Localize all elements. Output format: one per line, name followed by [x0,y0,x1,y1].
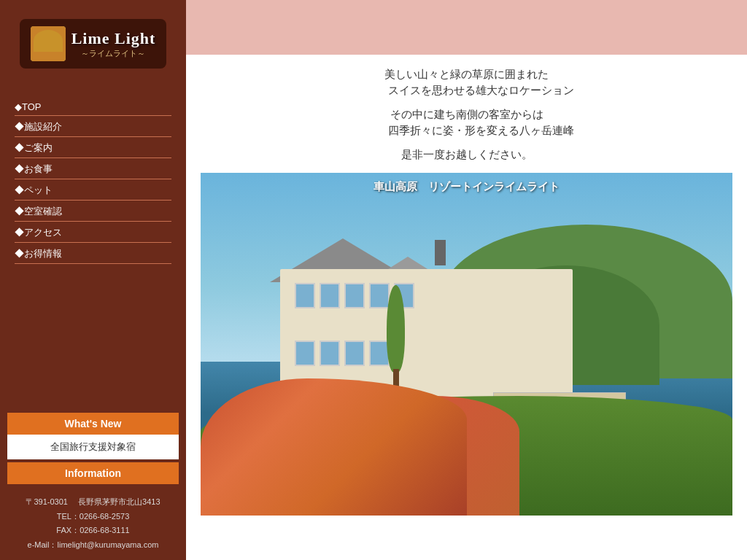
information-section: Information [7,462,179,484]
nav-item-top[interactable]: ◆TOP [15,98,171,116]
window [320,341,340,366]
tagline-2 [201,100,732,106]
information-button[interactable]: Information [7,462,179,484]
svg-rect-0 [31,26,66,61]
window [295,283,315,308]
tagline-area: 美しい山々と緑の草原に囲まれたスイスを思わせる雄大なロケーションその中に建ち南側… [201,68,732,162]
svg-point-2 [40,33,47,40]
content-body: 美しい山々と緑の草原に囲まれたスイスを思わせる雄大なロケーションその中に建ち南側… [186,55,747,560]
svg-point-1 [35,31,61,51]
window [295,341,315,366]
window-row-bottom [295,341,390,366]
sidebar: Lime Light ～ライムライト～ ◆TOP◆施設紹介◆ご案内◆お食事◆ペッ… [0,0,186,560]
tagline-3: その中に建ち南側の客室からは [201,108,732,122]
fax: FAX：0266-68-3111 [7,524,179,538]
window [344,283,365,308]
logo-box: Lime Light ～ライムライト～ [20,19,167,69]
zip: 〒391-0301 [26,497,68,506]
tagline-5 [201,140,732,146]
svg-point-5 [48,36,57,48]
logo-text-en: Lime Light [71,29,156,48]
whats-new-section: What's New 全国旅行支援対象宿 [7,413,179,459]
tagline-1: スイスを思わせる雄大なロケーション [230,84,732,98]
tel: TEL：0266-68-2573 [7,510,179,524]
logo-icon [31,26,66,61]
nav-item-pets[interactable]: ◆ペット [15,181,171,201]
main-content: 美しい山々と緑の草原に囲まれたスイスを思わせる雄大なロケーションその中に建ち南側… [186,0,747,560]
nav-area: ◆TOP◆施設紹介◆ご案内◆お食事◆ペット◆空室確認◆アクセス◆お得情報 [0,88,186,413]
nav-item-access[interactable]: ◆アクセス [15,223,171,243]
hotel-scene: 車山高原 リゾートインライムライト [201,173,732,516]
logo-area: Lime Light ～ライムライト～ [0,0,186,88]
hotel-image: 車山高原 リゾートインライムライト [201,173,732,516]
window [320,283,340,308]
nav-item-availability[interactable]: ◆空室確認 [15,202,171,222]
logo-text-ja: ～ライムライト～ [71,48,156,59]
image-caption: 車山高原 リゾートインライムライト [374,180,560,194]
whats-new-content: 全国旅行支援対象宿 [7,435,179,459]
svg-point-3 [39,36,48,48]
tagline-6: 是非一度お越しください。 [201,148,732,162]
logo-text-group: Lime Light ～ライムライト～ [71,29,156,59]
tagline-0: 美しい山々と緑の草原に囲まれた [201,68,732,82]
window [344,341,365,366]
zip-address: 〒391-0301 長野県茅野市北山3413 [7,495,179,510]
nav-item-deals[interactable]: ◆お得情報 [15,244,171,264]
nav-item-meals[interactable]: ◆お食事 [15,160,171,179]
flowers [201,378,467,516]
tagline-4: 四季折々に姿・形を変える八ヶ岳連峰 [230,124,732,138]
svg-point-4 [49,33,56,40]
top-banner [186,0,747,55]
address: 長野県茅野市北山3413 [78,497,160,506]
nav-item-facilities[interactable]: ◆施設紹介 [15,117,171,137]
email: e-Mail：limelight@kurumayama.com [7,538,179,553]
tree-top [387,285,405,373]
contact-area: 〒391-0301 長野県茅野市北山3413 TEL：0266-68-2573 … [0,484,186,560]
whats-new-button[interactable]: What's New [7,413,179,435]
nav-item-guide[interactable]: ◆ご案内 [15,139,171,158]
